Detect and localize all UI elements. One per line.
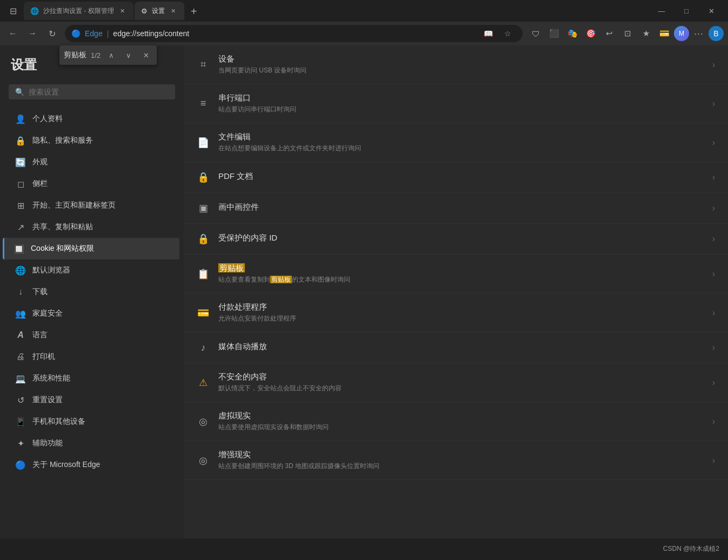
setting-item-drm[interactable]: 🔒 受保护的内容 ID › — [184, 224, 728, 255]
setting-item-pip[interactable]: ▣ 画中画控件 › — [184, 193, 728, 224]
address-bar[interactable]: 🔵 Edge | edge://settings/content 📖 ☆ — [65, 25, 523, 42]
find-prev-btn[interactable]: ∧ — [105, 49, 118, 62]
setting-drm-title: 受保护的内容 ID — [218, 233, 704, 243]
minimize-btn[interactable]: — — [649, 2, 674, 19]
sidebar-item-reset[interactable]: ↺ 重置设置 — [4, 389, 179, 411]
setting-drm-arrow: › — [712, 234, 715, 244]
sidebar-item-browser[interactable]: 🌐 默认浏览器 — [4, 259, 179, 281]
watermark: CSDN @待木成植2 — [663, 544, 719, 554]
address-url: edge://settings/content — [113, 29, 189, 38]
setting-item-clipboard[interactable]: 📋 剪贴板 站点要查看复制到剪贴板的文本和图像时询问 › — [184, 255, 728, 294]
setting-payment-title: 付款处理程序 — [218, 302, 704, 312]
start-icon: ⊞ — [15, 200, 26, 211]
sidebar-label-appearance: 外观 — [32, 157, 48, 167]
sidebar-label-printer: 打印机 — [32, 352, 55, 362]
setting-item-payment[interactable]: 💳 付款处理程序 允许站点安装付款处理程序 › — [184, 294, 728, 332]
sidebar-icon: ◻ — [15, 178, 26, 189]
feedback-icon[interactable]: ↩ — [600, 25, 618, 42]
refresh-btn[interactable]: ↻ — [43, 25, 61, 42]
setting-item-serial[interactable]: ≡ 串行端口 站点要访问串行端口时询问 › — [184, 84, 728, 123]
search-box[interactable]: 🔍 — [9, 84, 175, 99]
find-close-btn[interactable]: ✕ — [139, 49, 152, 62]
browser-icon: 🌐 — [15, 265, 26, 276]
fav-icon[interactable]: ★ — [637, 25, 654, 42]
tab-2-close[interactable]: ✕ — [169, 6, 178, 15]
sidebar-item-share[interactable]: ↗ 共享、复制和粘贴 — [4, 216, 179, 238]
shield-icon[interactable]: 🛡 — [527, 25, 544, 42]
setting-vr-desc: 站点要使用虚拟现实设备和数据时询问 — [218, 423, 704, 432]
new-tab-btn[interactable]: + — [185, 3, 203, 20]
drm-icon: 🔒 — [197, 232, 210, 245]
setting-file-edit-content: 文件编辑 在站点想要编辑设备上的文件或文件夹时进行询问 — [218, 132, 704, 153]
sidebar-item-system[interactable]: 💻 系统和性能 — [4, 368, 179, 389]
setting-ar-desc: 站点要创建周围环境的 3D 地图或跟踪摄像头位置时询问 — [218, 462, 704, 471]
sidebar-item-about[interactable]: 🔵 关于 Microsoft Edge — [4, 454, 179, 476]
close-btn[interactable]: ✕ — [699, 2, 724, 19]
setting-ar-arrow: › — [712, 456, 715, 465]
sidebar-item-privacy[interactable]: 🔒 隐私、搜索和服务 — [4, 130, 179, 151]
setting-usb-content: 设备 当网页要访问 USB 设备时询问 — [218, 54, 704, 75]
sidebar-item-printer[interactable]: 🖨 打印机 — [4, 346, 179, 368]
extension2-icon[interactable]: 🎯 — [582, 25, 599, 42]
sidebar-item-cookies[interactable]: 🔲 Cookie 和网站权限 — [3, 238, 179, 259]
sidebar-toggle-btn[interactable]: ⊟ — [4, 2, 22, 19]
setting-file-edit-desc: 在站点想要编辑设备上的文件或文件夹时进行询问 — [218, 144, 704, 153]
forward-btn[interactable]: → — [24, 25, 41, 42]
sidebar-item-profile[interactable]: 👤 个人资料 — [4, 108, 179, 130]
sidebar-item-accessibility[interactable]: ✦ 辅助功能 — [4, 432, 179, 454]
setting-pdf-content: PDF 文档 — [218, 171, 704, 183]
find-next-btn[interactable]: ∨ — [122, 49, 135, 62]
setting-vr-title: 虚拟现实 — [218, 411, 704, 421]
sidebar-item-sidebar[interactable]: ◻ 侧栏 — [4, 173, 179, 195]
language-icon: A — [15, 330, 26, 341]
setting-file-edit-title: 文件编辑 — [218, 132, 704, 142]
setting-pip-arrow: › — [712, 203, 715, 213]
setting-item-insecure[interactable]: ⚠ 不安全的内容 默认情况下，安全站点会阻止不安全的内容 › — [184, 363, 728, 402]
autoplay-icon: ♪ — [197, 341, 210, 354]
setting-usb-title: 设备 — [218, 54, 704, 64]
split-icon[interactable]: ⊡ — [619, 25, 636, 42]
maximize-btn[interactable]: □ — [674, 2, 699, 19]
extension1-icon[interactable]: 🎭 — [564, 25, 581, 42]
sidebar-label-sidebar: 侧栏 — [32, 179, 48, 189]
sidebar-item-language[interactable]: A 语言 — [4, 324, 179, 346]
settings-panel: ⌗ 设备 当网页要访问 USB 设备时询问 › ≡ 串行端口 站点要访问串行端口… — [184, 45, 728, 538]
sidebar-label-cookies: Cookie 和网站权限 — [31, 244, 94, 254]
setting-item-usb[interactable]: ⌗ 设备 当网页要访问 USB 设备时询问 › — [184, 45, 728, 84]
sidebar-item-downloads[interactable]: ↓ 下载 — [4, 281, 179, 303]
setting-item-autoplay[interactable]: ♪ 媒体自动播放 › — [184, 332, 728, 363]
more-btn[interactable]: ··· — [690, 25, 707, 42]
tab-1[interactable]: 🌐 沙拉查询设置 - 权限管理 ✕ — [24, 2, 133, 20]
sidebar-label-share: 共享、复制和粘贴 — [32, 222, 93, 232]
sidebar-label-family: 家庭安全 — [32, 309, 63, 318]
toolbar-right: 🛡 ⬛ 🎭 🎯 ↩ ⊡ ★ 💳 M ··· B — [527, 25, 724, 42]
setting-item-vr[interactable]: ◎ 虚拟现实 站点要使用虚拟现实设备和数据时询问 › — [184, 402, 728, 441]
read-mode-icon[interactable]: 📖 — [479, 25, 497, 42]
find-bar: 剪贴板 1/2 ∧ ∨ ✕ — [59, 45, 157, 65]
tab-2[interactable]: ⚙ 设置 ✕ — [135, 2, 184, 20]
pdf-icon: 🔒 — [197, 171, 210, 184]
setting-payment-desc: 允许站点安装付款处理程序 — [218, 314, 704, 323]
search-input[interactable] — [29, 88, 169, 96]
wallet-icon[interactable]: 💳 — [656, 25, 673, 42]
setting-item-file-edit[interactable]: 📄 文件编辑 在站点想要编辑设备上的文件或文件夹时进行询问 › — [184, 123, 728, 162]
setting-serial-content: 串行端口 站点要访问串行端口时询问 — [218, 93, 704, 114]
setting-item-pdf[interactable]: 🔒 PDF 文档 › — [184, 162, 728, 193]
sidebar-item-mobile[interactable]: 📱 手机和其他设备 — [4, 411, 179, 432]
profile-avatar[interactable]: M — [674, 26, 689, 41]
about-icon: 🔵 — [15, 459, 26, 470]
setting-insecure-desc: 默认情况下，安全站点会阻止不安全的内容 — [218, 384, 704, 393]
tab-1-close[interactable]: ✕ — [118, 6, 127, 15]
favorites-icon[interactable]: ☆ — [499, 25, 516, 42]
sidebar-item-appearance[interactable]: 🔄 外观 — [4, 151, 179, 173]
clipboard-title-highlight: 剪贴板 — [218, 263, 245, 272]
back-btn[interactable]: ← — [4, 25, 22, 42]
setting-pdf-title: PDF 文档 — [218, 171, 704, 182]
setting-item-ar[interactable]: ◎ 增强现实 站点要创建周围环境的 3D 地图或跟踪摄像头位置时询问 › — [184, 441, 728, 480]
setting-usb-arrow: › — [712, 60, 715, 70]
sidebar-label-system: 系统和性能 — [32, 374, 70, 383]
copilot-btn[interactable]: B — [709, 26, 724, 41]
sidebar-item-family[interactable]: 👥 家庭安全 — [4, 303, 179, 324]
collections-icon[interactable]: ⬛ — [545, 25, 563, 42]
sidebar-item-start[interactable]: ⊞ 开始、主页和新建标签页 — [4, 195, 179, 216]
